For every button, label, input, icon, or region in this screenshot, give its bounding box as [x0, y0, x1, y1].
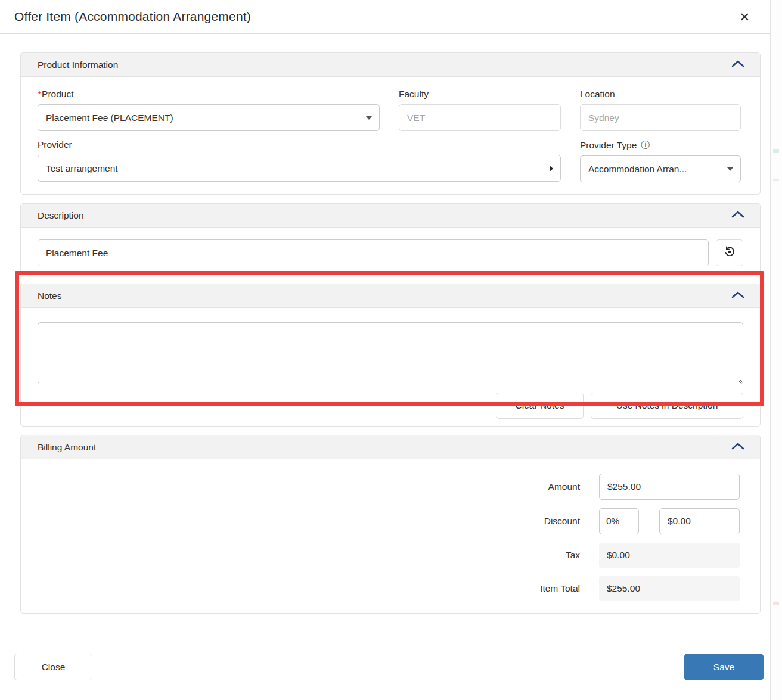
- chevron-up-icon: [731, 211, 744, 220]
- section-title: Notes: [38, 291, 62, 301]
- product-row-1: *Product Faculty: [38, 89, 743, 131]
- required-mark: *: [38, 89, 41, 99]
- item-total-row: Item Total $255.00: [38, 576, 740, 601]
- chevron-up-icon: [731, 291, 744, 300]
- clear-notes-button[interactable]: Clear Notes: [496, 393, 584, 419]
- product-label: Product: [42, 89, 73, 99]
- modal-footer: Close Save: [0, 645, 770, 700]
- description-body: [21, 228, 760, 275]
- close-button[interactable]: Close: [14, 654, 92, 680]
- discount-row: Discount: [38, 508, 740, 534]
- background-page-strip: [770, 0, 782, 700]
- billing-amount-header: Billing Amount: [21, 435, 760, 459]
- page: Offer Item (Accommodation Arrangement) ✕…: [0, 0, 782, 700]
- discount-percent-input[interactable]: [599, 508, 639, 534]
- item-total-label: Item Total: [540, 583, 580, 594]
- location-field: Location: [580, 89, 741, 131]
- notes-section: Notes Clear Notes Use Notes in Descripti…: [20, 284, 761, 427]
- save-button[interactable]: Save: [684, 654, 764, 680]
- modal-header: Offer Item (Accommodation Arrangement) ✕: [0, 0, 770, 34]
- use-notes-in-description-button[interactable]: Use Notes in Description: [591, 393, 743, 419]
- faculty-label: Faculty: [399, 89, 561, 99]
- provider-type-field: Provider Type ⓘ: [580, 139, 741, 182]
- product-field: *Product: [38, 89, 380, 131]
- faculty-field: Faculty: [399, 89, 561, 131]
- collapse-button[interactable]: [730, 59, 746, 70]
- product-information-header: Product Information: [21, 53, 760, 77]
- chevron-up-icon: [731, 60, 744, 69]
- close-icon[interactable]: ✕: [737, 8, 752, 26]
- collapse-button[interactable]: [730, 290, 746, 301]
- provider-field: Provider: [38, 139, 561, 182]
- restore-icon: [723, 245, 736, 260]
- product-select[interactable]: [38, 104, 380, 131]
- amount-label: Amount: [548, 481, 580, 492]
- section-title: Description: [38, 210, 84, 221]
- billing-amount-body: Amount Discount Tax $0.00 Item Tot: [21, 459, 760, 613]
- provider-input[interactable]: [38, 155, 561, 182]
- notes-body: Clear Notes Use Notes in Description: [21, 308, 760, 426]
- offer-item-modal: Offer Item (Accommodation Arrangement) ✕…: [0, 0, 770, 700]
- product-information-body: *Product Faculty: [21, 77, 760, 194]
- amount-row: Amount: [38, 474, 740, 500]
- chevron-up-icon: [731, 443, 744, 452]
- billing-amount-section: Billing Amount Amount Discount: [20, 435, 761, 614]
- provider-type-select[interactable]: [580, 155, 741, 182]
- tax-row: Tax $0.00: [38, 543, 740, 568]
- description-input[interactable]: [38, 239, 709, 266]
- provider-type-label: Provider Type: [580, 140, 637, 151]
- discount-label: Discount: [544, 516, 580, 527]
- location-label: Location: [580, 89, 741, 99]
- tax-label: Tax: [566, 550, 580, 561]
- modal-body: Product Information *Product: [0, 34, 770, 614]
- product-information-section: Product Information *Product: [20, 52, 761, 195]
- section-title: Product Information: [38, 60, 118, 70]
- amount-input[interactable]: [599, 474, 740, 500]
- modal-title: Offer Item (Accommodation Arrangement): [14, 10, 251, 24]
- description-section: Description: [20, 203, 761, 275]
- tax-value: $0.00: [599, 543, 740, 568]
- notes-textarea[interactable]: [38, 322, 743, 384]
- info-icon[interactable]: ⓘ: [641, 139, 650, 151]
- description-header: Description: [21, 204, 760, 228]
- location-input: [580, 104, 741, 131]
- product-row-2: Provider Provider Type ⓘ: [38, 139, 743, 182]
- discount-amount-input[interactable]: [659, 508, 740, 534]
- faculty-input: [399, 104, 561, 131]
- restore-description-button[interactable]: [716, 239, 743, 266]
- provider-label: Provider: [38, 139, 561, 150]
- notes-header: Notes: [21, 284, 760, 308]
- collapse-button[interactable]: [730, 210, 746, 221]
- item-total-value: $255.00: [599, 576, 740, 601]
- section-title: Billing Amount: [38, 442, 96, 453]
- collapse-button[interactable]: [730, 441, 746, 453]
